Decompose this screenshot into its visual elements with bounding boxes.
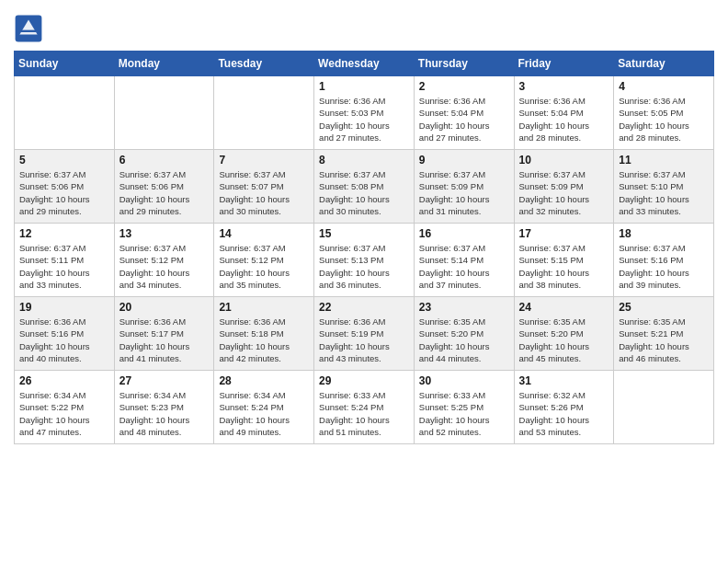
day-info: Sunrise: 6:37 AM Sunset: 5:10 PM Dayligh… [619, 168, 709, 217]
day-info: Sunrise: 6:37 AM Sunset: 5:13 PM Dayligh… [319, 242, 409, 291]
calendar-cell: 17Sunrise: 6:37 AM Sunset: 5:15 PM Dayli… [514, 224, 614, 297]
day-number: 7 [219, 154, 309, 167]
day-number: 2 [419, 80, 509, 93]
day-info: Sunrise: 6:34 AM Sunset: 5:23 PM Dayligh… [119, 389, 210, 438]
calendar-cell: 27Sunrise: 6:34 AM Sunset: 5:23 PM Dayli… [114, 371, 214, 444]
calendar-cell: 20Sunrise: 6:36 AM Sunset: 5:17 PM Dayli… [114, 297, 214, 371]
day-number: 25 [619, 301, 709, 314]
calendar-cell: 23Sunrise: 6:35 AM Sunset: 5:20 PM Dayli… [414, 297, 514, 371]
calendar-cell: 2Sunrise: 6:36 AM Sunset: 5:04 PM Daylig… [414, 76, 514, 150]
calendar-table: SundayMondayTuesdayWednesdayThursdayFrid… [14, 51, 714, 444]
calendar-cell: 22Sunrise: 6:36 AM Sunset: 5:19 PM Dayli… [314, 297, 415, 371]
weekday-header-row: SundayMondayTuesdayWednesdayThursdayFrid… [15, 52, 714, 76]
calendar-cell: 21Sunrise: 6:36 AM Sunset: 5:18 PM Dayli… [214, 297, 314, 371]
weekday-header-sunday: Sunday [15, 52, 115, 76]
day-number: 4 [619, 80, 709, 93]
calendar-cell: 19Sunrise: 6:36 AM Sunset: 5:16 PM Dayli… [15, 297, 115, 371]
day-info: Sunrise: 6:32 AM Sunset: 5:26 PM Dayligh… [519, 389, 609, 438]
calendar-cell [114, 76, 214, 150]
calendar-cell [614, 371, 714, 444]
calendar-cell: 13Sunrise: 6:37 AM Sunset: 5:12 PM Dayli… [114, 224, 214, 297]
day-info: Sunrise: 6:37 AM Sunset: 5:09 PM Dayligh… [419, 168, 509, 217]
weekday-header-wednesday: Wednesday [314, 52, 415, 76]
day-number: 9 [419, 154, 509, 167]
day-number: 3 [519, 80, 609, 93]
day-number: 30 [419, 374, 509, 387]
day-number: 21 [219, 301, 309, 314]
calendar-cell [214, 76, 314, 150]
calendar-cell: 28Sunrise: 6:34 AM Sunset: 5:24 PM Dayli… [214, 371, 314, 444]
day-info: Sunrise: 6:34 AM Sunset: 5:24 PM Dayligh… [219, 389, 309, 438]
day-info: Sunrise: 6:34 AM Sunset: 5:22 PM Dayligh… [19, 389, 109, 438]
day-number: 18 [619, 227, 709, 240]
day-number: 29 [319, 374, 409, 387]
calendar-cell: 11Sunrise: 6:37 AM Sunset: 5:10 PM Dayli… [614, 150, 714, 224]
day-number: 17 [519, 227, 609, 240]
calendar-cell: 14Sunrise: 6:37 AM Sunset: 5:12 PM Dayli… [214, 224, 314, 297]
day-info: Sunrise: 6:36 AM Sunset: 5:18 PM Dayligh… [219, 316, 309, 364]
day-info: Sunrise: 6:35 AM Sunset: 5:20 PM Dayligh… [519, 316, 609, 364]
calendar-cell: 10Sunrise: 6:37 AM Sunset: 5:09 PM Dayli… [514, 150, 614, 224]
day-info: Sunrise: 6:36 AM Sunset: 5:16 PM Dayligh… [19, 316, 109, 364]
calendar-cell: 25Sunrise: 6:35 AM Sunset: 5:21 PM Dayli… [614, 297, 714, 371]
calendar-cell: 3Sunrise: 6:36 AM Sunset: 5:04 PM Daylig… [514, 76, 614, 150]
day-info: Sunrise: 6:37 AM Sunset: 5:11 PM Dayligh… [19, 242, 109, 291]
day-info: Sunrise: 6:33 AM Sunset: 5:24 PM Dayligh… [319, 389, 409, 438]
day-info: Sunrise: 6:37 AM Sunset: 5:06 PM Dayligh… [19, 168, 109, 217]
calendar-row-2: 5Sunrise: 6:37 AM Sunset: 5:06 PM Daylig… [15, 150, 714, 224]
day-info: Sunrise: 6:36 AM Sunset: 5:19 PM Dayligh… [319, 316, 409, 364]
calendar-cell: 8Sunrise: 6:37 AM Sunset: 5:08 PM Daylig… [314, 150, 415, 224]
day-info: Sunrise: 6:37 AM Sunset: 5:12 PM Dayligh… [119, 242, 210, 291]
day-info: Sunrise: 6:37 AM Sunset: 5:08 PM Dayligh… [319, 168, 409, 217]
calendar-cell: 24Sunrise: 6:35 AM Sunset: 5:20 PM Dayli… [514, 297, 614, 371]
day-number: 22 [319, 301, 409, 314]
calendar-row-1: 1Sunrise: 6:36 AM Sunset: 5:03 PM Daylig… [15, 76, 714, 150]
logo [14, 14, 47, 43]
calendar-cell: 15Sunrise: 6:37 AM Sunset: 5:13 PM Dayli… [314, 224, 415, 297]
weekday-header-tuesday: Tuesday [214, 52, 314, 76]
day-number: 20 [119, 301, 210, 314]
weekday-header-monday: Monday [114, 52, 214, 76]
day-number: 6 [119, 154, 210, 167]
day-info: Sunrise: 6:36 AM Sunset: 5:04 PM Dayligh… [419, 95, 509, 144]
weekday-header-thursday: Thursday [414, 52, 514, 76]
weekday-header-saturday: Saturday [614, 52, 714, 76]
calendar-cell: 7Sunrise: 6:37 AM Sunset: 5:07 PM Daylig… [214, 150, 314, 224]
calendar-cell: 18Sunrise: 6:37 AM Sunset: 5:16 PM Dayli… [614, 224, 714, 297]
day-number: 8 [319, 154, 409, 167]
calendar-cell: 5Sunrise: 6:37 AM Sunset: 5:06 PM Daylig… [15, 150, 115, 224]
calendar-cell: 29Sunrise: 6:33 AM Sunset: 5:24 PM Dayli… [314, 371, 415, 444]
calendar-cell: 12Sunrise: 6:37 AM Sunset: 5:11 PM Dayli… [15, 224, 115, 297]
page-header [14, 9, 714, 43]
day-info: Sunrise: 6:36 AM Sunset: 5:04 PM Dayligh… [519, 95, 609, 144]
day-number: 16 [419, 227, 509, 240]
day-info: Sunrise: 6:36 AM Sunset: 5:03 PM Dayligh… [319, 95, 409, 144]
day-info: Sunrise: 6:35 AM Sunset: 5:20 PM Dayligh… [419, 316, 509, 364]
calendar-cell: 1Sunrise: 6:36 AM Sunset: 5:03 PM Daylig… [314, 76, 415, 150]
day-number: 15 [319, 227, 409, 240]
day-info: Sunrise: 6:37 AM Sunset: 5:14 PM Dayligh… [419, 242, 509, 291]
day-number: 28 [219, 374, 309, 387]
calendar-row-3: 12Sunrise: 6:37 AM Sunset: 5:11 PM Dayli… [15, 224, 714, 297]
calendar-cell [15, 76, 115, 150]
day-number: 31 [519, 374, 609, 387]
day-number: 13 [119, 227, 210, 240]
day-info: Sunrise: 6:37 AM Sunset: 5:06 PM Dayligh… [119, 168, 210, 217]
calendar-cell: 6Sunrise: 6:37 AM Sunset: 5:06 PM Daylig… [114, 150, 214, 224]
calendar-cell: 16Sunrise: 6:37 AM Sunset: 5:14 PM Dayli… [414, 224, 514, 297]
day-info: Sunrise: 6:36 AM Sunset: 5:17 PM Dayligh… [119, 316, 210, 364]
day-number: 23 [419, 301, 509, 314]
day-info: Sunrise: 6:33 AM Sunset: 5:25 PM Dayligh… [419, 389, 509, 438]
calendar-cell: 4Sunrise: 6:36 AM Sunset: 5:05 PM Daylig… [614, 76, 714, 150]
day-number: 24 [519, 301, 609, 314]
day-info: Sunrise: 6:37 AM Sunset: 5:09 PM Dayligh… [519, 168, 609, 217]
day-number: 14 [219, 227, 309, 240]
calendar-row-5: 26Sunrise: 6:34 AM Sunset: 5:22 PM Dayli… [15, 371, 714, 444]
day-info: Sunrise: 6:37 AM Sunset: 5:12 PM Dayligh… [219, 242, 309, 291]
weekday-header-friday: Friday [514, 52, 614, 76]
calendar-cell: 9Sunrise: 6:37 AM Sunset: 5:09 PM Daylig… [414, 150, 514, 224]
day-info: Sunrise: 6:35 AM Sunset: 5:21 PM Dayligh… [619, 316, 709, 364]
calendar-cell: 26Sunrise: 6:34 AM Sunset: 5:22 PM Dayli… [15, 371, 115, 444]
day-info: Sunrise: 6:36 AM Sunset: 5:05 PM Dayligh… [619, 95, 709, 144]
day-info: Sunrise: 6:37 AM Sunset: 5:16 PM Dayligh… [619, 242, 709, 291]
